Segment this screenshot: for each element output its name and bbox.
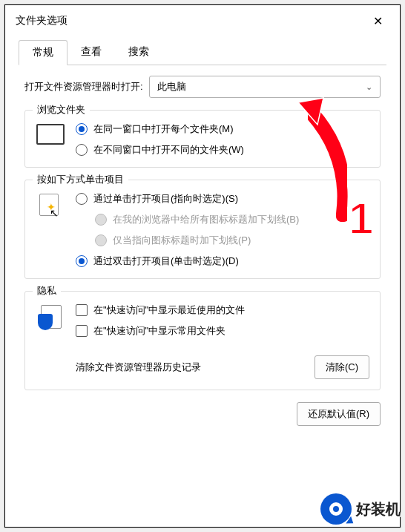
radio-underline-all: 在我的浏览器中给所有图标标题加下划线(B) <box>95 213 369 226</box>
open-explorer-dropdown[interactable]: 此电脑 ⌄ <box>149 76 381 98</box>
radio-single-click-label: 通过单击打开项目(指向时选定)(S) <box>93 192 238 206</box>
radio-double-click[interactable]: 通过双击打开项目(单击时选定)(D) <box>76 254 369 268</box>
radio-underline-all-label: 在我的浏览器中给所有图标标题加下划线(B) <box>113 213 299 226</box>
privacy-title: 隐私 <box>33 284 61 298</box>
radio-underline-point: 仅当指向图标标题时加下划线(P) <box>95 234 369 247</box>
tab-strip: 常规 查看 搜索 <box>19 39 386 65</box>
restore-defaults-button[interactable]: 还原默认值(R) <box>297 402 381 426</box>
dialog-content: 常规 查看 搜索 打开文件资源管理器时打开: 此电脑 ⌄ 浏览文件夹 在同一窗口… <box>5 36 400 435</box>
click-items-title: 按如下方式单击项目 <box>33 173 128 186</box>
radio-icon <box>76 255 88 267</box>
open-explorer-label: 打开文件资源管理器时打开: <box>24 80 143 93</box>
chevron-down-icon: ⌄ <box>366 82 372 92</box>
radio-diff-window-label: 在不同窗口中打开不同的文件夹(W) <box>93 143 244 157</box>
close-button[interactable]: ✕ <box>366 9 389 33</box>
privacy-group: 隐私 在"快速访问"中显示最近使用的文件 在"快速访问"中显示常用文件 <box>24 291 381 390</box>
titlebar: 文件夹选项 ✕ <box>5 5 400 36</box>
checkbox-icon <box>76 325 88 337</box>
privacy-doc-icon <box>36 303 65 332</box>
clear-button[interactable]: 清除(C) <box>315 355 369 379</box>
pointer-doc-icon: ✦ ↖ <box>36 192 65 220</box>
tab-general[interactable]: 常规 <box>19 40 68 65</box>
checkbox-frequent-folders[interactable]: 在"快速访问"中显示常用文件夹 <box>76 324 369 338</box>
click-items-group: 按如下方式单击项目 ✦ ↖ 通过单击打开项目(指向时选定)(S) <box>24 180 381 279</box>
checkbox-recent-files[interactable]: 在"快速访问"中显示最近使用的文件 <box>76 303 369 317</box>
open-explorer-row: 打开文件资源管理器时打开: 此电脑 ⌄ <box>24 76 381 98</box>
browse-folders-group: 浏览文件夹 在同一窗口中打开每个文件夹(M) 在不同窗口中打开不同的文件夹(W) <box>24 110 381 168</box>
radio-icon <box>95 234 107 246</box>
checkbox-icon <box>76 304 88 316</box>
radio-icon <box>76 123 88 135</box>
radio-same-window[interactable]: 在同一窗口中打开每个文件夹(M) <box>76 122 369 136</box>
radio-icon <box>95 214 107 226</box>
folder-options-dialog: 文件夹选项 ✕ 常规 查看 搜索 打开文件资源管理器时打开: 此电脑 ⌄ 浏览文… <box>4 4 401 528</box>
tab-search[interactable]: 搜索 <box>115 40 162 65</box>
checkbox-frequent-folders-label: 在"快速访问"中显示常用文件夹 <box>93 324 225 338</box>
radio-underline-point-label: 仅当指向图标标题时加下划线(P) <box>113 234 251 247</box>
tab-view[interactable]: 查看 <box>68 40 115 65</box>
radio-single-click[interactable]: 通过单击打开项目(指向时选定)(S) <box>76 192 369 206</box>
browse-folders-title: 浏览文件夹 <box>33 103 90 116</box>
radio-same-window-label: 在同一窗口中打开每个文件夹(M) <box>93 122 234 136</box>
open-explorer-selected: 此电脑 <box>157 80 186 93</box>
radio-diff-window[interactable]: 在不同窗口中打开不同的文件夹(W) <box>76 143 369 157</box>
monitor-icon <box>36 122 65 145</box>
radio-double-click-label: 通过双击打开项目(单击时选定)(D) <box>93 254 239 268</box>
dialog-footer: 还原默认值(R) <box>24 402 381 426</box>
radio-icon <box>76 144 88 156</box>
clear-history-label: 清除文件资源管理器历史记录 <box>76 361 201 374</box>
checkbox-recent-files-label: 在"快速访问"中显示最近使用的文件 <box>93 303 245 317</box>
window-title: 文件夹选项 <box>16 14 68 27</box>
clear-history-row: 清除文件资源管理器历史记录 清除(C) <box>76 355 369 379</box>
radio-icon <box>76 193 88 205</box>
